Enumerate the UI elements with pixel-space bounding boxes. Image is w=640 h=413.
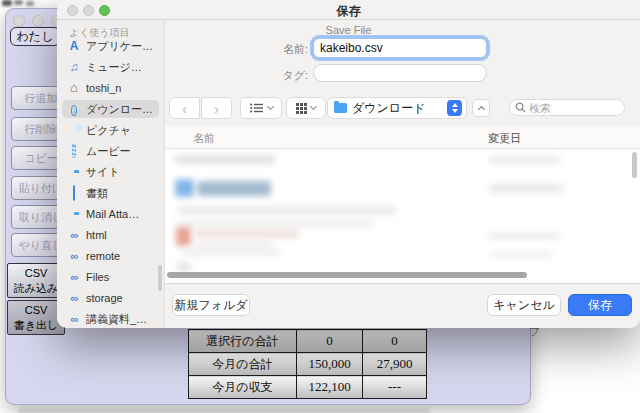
blurred-date	[489, 251, 553, 258]
search-icon	[515, 102, 526, 113]
favorites-sidebar: よく使う項目 A アプリケー… ♫ ミュージ… ⌂ toshi_n ↓ ダウンロ…	[57, 20, 165, 328]
vertical-scrollbar[interactable]	[632, 152, 637, 178]
back-button: ‹	[169, 97, 200, 119]
tag-field-label: タグ:	[255, 68, 308, 83]
month-balance-label: 今月の収支	[189, 376, 297, 399]
home-icon: ⌂	[67, 81, 81, 95]
file-list	[165, 149, 640, 283]
sidebar-item-movies[interactable]: ムービー	[62, 142, 159, 160]
chevron-down-icon	[310, 103, 317, 110]
save-dialog: 保存 よく使う項目 A アプリケー… ♫ ミュージ… ⌂ toshi_n ↓ ダ…	[57, 0, 640, 328]
chevron-up-icon	[477, 105, 484, 112]
tags-input[interactable]	[313, 64, 487, 82]
blurred-text	[175, 262, 193, 271]
blurred-text	[182, 248, 280, 256]
csv-export-line1: CSV	[25, 304, 48, 316]
table-row: 選択行の合計 0 0	[189, 330, 427, 353]
sidebar-item-label: サイト	[86, 165, 120, 180]
month-total-value2: 27,900	[363, 353, 427, 376]
sidebar-item-applications[interactable]: A アプリケー…	[62, 37, 159, 55]
sidebar-item-documents[interactable]: 書類	[62, 184, 159, 202]
file-row-blurred[interactable]	[165, 203, 640, 227]
folder-icon	[334, 103, 347, 113]
sidebar-item-pictures[interactable]: ピクチャ	[62, 121, 159, 139]
document-icon	[67, 186, 81, 200]
blurred-file-icon	[176, 227, 191, 246]
sidebar-item-label: ミュージ…	[86, 60, 142, 75]
music-icon: ♫	[67, 60, 81, 74]
sidebar-item-label: 講義資料_…	[86, 312, 147, 327]
table-row: 今月の収支 122,100 ---	[189, 376, 427, 399]
horizontal-scrollbar[interactable]	[167, 272, 527, 278]
save-button[interactable]: 保存	[568, 294, 632, 316]
search-input[interactable]	[529, 102, 609, 114]
sidebar-scrollbar[interactable]	[158, 265, 162, 291]
dialog-subtitle: Save File	[57, 24, 640, 36]
blurred-date	[489, 156, 561, 164]
column-header-name[interactable]: 名前	[193, 131, 215, 146]
blurred-desktop-fragment	[14, 0, 23, 5]
window-close-button[interactable]	[13, 15, 25, 27]
sidebar-item-label: アプリケー…	[86, 39, 153, 54]
sidebar-item-label: remote	[86, 250, 120, 262]
name-field-label: 名前:	[255, 42, 308, 57]
sidebar-item-label: Mail Atta…	[86, 208, 139, 220]
file-row-blurred[interactable]	[165, 245, 640, 259]
summary-table: 選択行の合計 0 0 今月の合計 150,000 27,900 今月の収支 12…	[188, 329, 427, 399]
file-row-blurred[interactable]	[165, 260, 640, 272]
sidebar-item-lecture-materials[interactable]: ∞ 講義資料_…	[62, 310, 159, 328]
cut-off-text-fragment: フ	[529, 324, 540, 339]
sidebar-item-downloads[interactable]: ↓ ダウンロー…	[62, 100, 159, 118]
sidebar-item-label: 書類	[86, 186, 108, 201]
blurred-desktop-fragment	[2, 0, 12, 6]
new-folder-button[interactable]: 新規フォルダ	[172, 294, 250, 316]
sidebar-item-label: Files	[86, 271, 109, 283]
blurred-desktop-fragment	[26, 1, 34, 6]
file-row-blurred[interactable]	[165, 176, 640, 200]
sidebar-item-label: toshi_n	[86, 82, 121, 94]
location-popup-value: ダウンロード	[352, 100, 447, 117]
location-popup[interactable]: ダウンロード	[327, 97, 467, 119]
alias-icon: ∞	[67, 228, 81, 242]
sidebar-item-html[interactable]: ∞ html	[62, 226, 159, 244]
filename-input[interactable]	[313, 38, 487, 58]
alias-icon: ∞	[67, 312, 81, 326]
dialog-title: 保存	[57, 3, 640, 20]
sidebar-item-label: ピクチャ	[86, 123, 131, 138]
collapse-panel-button[interactable]	[472, 99, 490, 117]
grid-icon	[296, 103, 307, 114]
selected-rows-total-label: 選択行の合計	[189, 330, 297, 353]
sidebar-item-storage[interactable]: ∞ storage	[62, 289, 159, 307]
column-header-date-modified[interactable]: 変更日	[488, 131, 521, 146]
applications-icon: A	[67, 39, 81, 53]
blurred-text	[175, 155, 275, 164]
alias-icon: ∞	[67, 249, 81, 263]
sidebar-item-mail-attachments[interactable]: Mail Atta…	[62, 205, 159, 223]
list-view-button[interactable]	[240, 97, 282, 119]
grid-view-button[interactable]	[286, 97, 326, 119]
window-minimize-button[interactable]	[32, 15, 44, 27]
sidebar-item-remote[interactable]: ∞ remote	[62, 247, 159, 265]
tab-watashi[interactable]: わたし	[10, 27, 60, 46]
search-field[interactable]	[509, 99, 625, 116]
alias-icon: ∞	[67, 291, 81, 305]
table-row: 今月の合計 150,000 27,900	[189, 353, 427, 376]
file-row-blurred[interactable]	[165, 152, 640, 170]
movies-icon	[67, 144, 81, 158]
month-total-label: 今月の合計	[189, 353, 297, 376]
blurred-file-icon	[175, 179, 194, 197]
sidebar-item-label: ムービー	[86, 144, 131, 159]
month-balance-value2: ---	[363, 376, 427, 399]
sidebar-item-home[interactable]: ⌂ toshi_n	[62, 79, 159, 97]
sidebar-item-music[interactable]: ♫ ミュージ…	[62, 58, 159, 76]
sidebar-item-sites[interactable]: サイト	[62, 163, 159, 181]
list-column-headers: 名前 変更日 サイズ	[165, 126, 640, 149]
sidebar-item-files[interactable]: ∞ Files	[62, 268, 159, 286]
chevron-down-icon	[266, 103, 273, 110]
csv-export-line2: 書き出し	[14, 319, 59, 331]
blurred-window-edge	[18, 407, 430, 413]
alias-icon: ∞	[67, 270, 81, 284]
cancel-button[interactable]: キャンセル	[487, 294, 561, 316]
selected-rows-total-value2: 0	[363, 330, 427, 353]
blurred-text	[195, 229, 299, 238]
